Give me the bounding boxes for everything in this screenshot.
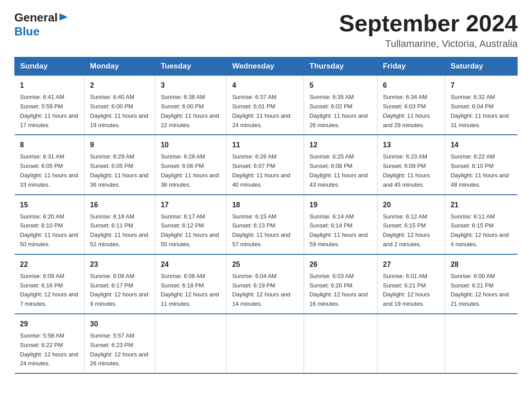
calendar-cell: 6Sunrise: 6:34 AMSunset: 6:03 PMDaylight…: [377, 76, 445, 135]
calendar-cell: 20Sunrise: 6:12 AMSunset: 6:15 PMDayligh…: [377, 195, 445, 254]
logo-general-text: General: [14, 11, 58, 25]
day-number: 16: [90, 200, 150, 210]
day-info: Sunrise: 6:03 AMSunset: 6:20 PMDaylight:…: [309, 272, 372, 309]
calendar-cell: 27Sunrise: 6:01 AMSunset: 6:21 PMDayligh…: [377, 254, 445, 314]
day-number: 8: [20, 140, 79, 150]
calendar-cell: 24Sunrise: 6:06 AMSunset: 6:18 PMDayligh…: [155, 254, 227, 314]
calendar-cell: 17Sunrise: 6:17 AMSunset: 6:12 PMDayligh…: [155, 195, 227, 254]
day-info: Sunrise: 6:26 AMSunset: 6:07 PMDaylight:…: [232, 152, 298, 189]
day-info: Sunrise: 6:17 AMSunset: 6:12 PMDaylight:…: [161, 212, 221, 249]
day-number: 23: [90, 259, 150, 270]
day-number: 7: [450, 80, 512, 91]
day-number: 15: [20, 200, 79, 210]
calendar-cell: [445, 314, 518, 373]
day-info: Sunrise: 6:37 AMSunset: 6:01 PMDaylight:…: [232, 93, 298, 130]
day-number: 10: [161, 140, 221, 150]
header-row: SundayMondayTuesdayWednesdayThursdayFrid…: [15, 57, 518, 76]
calendar-cell: [377, 314, 445, 373]
day-number: 5: [309, 80, 372, 91]
calendar-cell: 23Sunrise: 6:08 AMSunset: 6:17 PMDayligh…: [85, 254, 155, 314]
day-info: Sunrise: 6:38 AMSunset: 6:00 PMDaylight:…: [161, 93, 221, 130]
day-number: 13: [383, 140, 439, 150]
day-number: 26: [309, 259, 372, 270]
calendar-cell: [227, 314, 304, 373]
header-monday: Monday: [85, 57, 155, 76]
day-number: 9: [90, 140, 150, 150]
header-sunday: Sunday: [15, 57, 85, 76]
day-number: 4: [232, 80, 298, 91]
day-info: Sunrise: 6:04 AMSunset: 6:19 PMDaylight:…: [232, 272, 298, 309]
day-info: Sunrise: 6:35 AMSunset: 6:02 PMDaylight:…: [309, 93, 372, 130]
calendar-header: SundayMondayTuesdayWednesdayThursdayFrid…: [15, 57, 518, 76]
svg-marker-0: [60, 13, 68, 21]
day-info: Sunrise: 6:23 AMSunset: 6:09 PMDaylight:…: [383, 152, 439, 189]
day-info: Sunrise: 6:12 AMSunset: 6:15 PMDaylight:…: [383, 212, 439, 249]
calendar-cell: [304, 314, 378, 373]
calendar-cell: 13Sunrise: 6:23 AMSunset: 6:09 PMDayligh…: [377, 135, 445, 194]
day-number: 28: [450, 259, 512, 270]
logo: General Blue: [14, 11, 69, 39]
day-info: Sunrise: 6:00 AMSunset: 6:21 PMDaylight:…: [450, 272, 512, 309]
header-thursday: Thursday: [304, 57, 378, 76]
logo-arrow-icon: [59, 13, 69, 21]
day-number: 25: [232, 259, 298, 270]
day-number: 6: [383, 80, 439, 91]
day-number: 3: [161, 80, 221, 91]
calendar-cell: [155, 314, 227, 373]
calendar-cell: 2Sunrise: 6:40 AMSunset: 6:00 PMDaylight…: [85, 76, 155, 135]
day-number: 14: [450, 140, 512, 150]
calendar-cell: 30Sunrise: 5:57 AMSunset: 6:23 PMDayligh…: [85, 314, 155, 373]
calendar-cell: 7Sunrise: 6:32 AMSunset: 6:04 PMDaylight…: [445, 76, 518, 135]
day-info: Sunrise: 6:25 AMSunset: 6:08 PMDaylight:…: [309, 152, 372, 189]
calendar-cell: 15Sunrise: 6:20 AMSunset: 6:10 PMDayligh…: [15, 195, 85, 254]
day-info: Sunrise: 5:57 AMSunset: 6:23 PMDaylight:…: [90, 331, 150, 368]
header-tuesday: Tuesday: [155, 57, 227, 76]
week-row-3: 15Sunrise: 6:20 AMSunset: 6:10 PMDayligh…: [15, 195, 518, 254]
day-number: 17: [161, 200, 221, 210]
day-info: Sunrise: 6:06 AMSunset: 6:18 PMDaylight:…: [161, 272, 221, 309]
day-info: Sunrise: 6:14 AMSunset: 6:14 PMDaylight:…: [309, 212, 372, 249]
calendar-cell: 9Sunrise: 6:29 AMSunset: 6:05 PMDaylight…: [85, 135, 155, 194]
day-info: Sunrise: 5:58 AMSunset: 6:22 PMDaylight:…: [20, 331, 79, 368]
day-info: Sunrise: 6:29 AMSunset: 6:05 PMDaylight:…: [90, 152, 150, 189]
day-number: 30: [90, 319, 150, 330]
subtitle: Tullamarine, Victoria, Australia: [339, 38, 518, 50]
day-number: 27: [383, 259, 439, 270]
day-number: 29: [20, 319, 79, 330]
calendar-cell: 18Sunrise: 6:15 AMSunset: 6:13 PMDayligh…: [227, 195, 304, 254]
calendar-cell: 21Sunrise: 6:11 AMSunset: 6:15 PMDayligh…: [445, 195, 518, 254]
day-number: 18: [232, 200, 298, 210]
day-info: Sunrise: 6:20 AMSunset: 6:10 PMDaylight:…: [20, 212, 79, 249]
calendar-cell: 8Sunrise: 6:31 AMSunset: 6:05 PMDaylight…: [15, 135, 85, 194]
day-info: Sunrise: 6:31 AMSunset: 6:05 PMDaylight:…: [20, 152, 79, 189]
calendar-cell: 29Sunrise: 5:58 AMSunset: 6:22 PMDayligh…: [15, 314, 85, 373]
header-saturday: Saturday: [445, 57, 518, 76]
header-wednesday: Wednesday: [227, 57, 304, 76]
calendar-cell: 16Sunrise: 6:18 AMSunset: 6:11 PMDayligh…: [85, 195, 155, 254]
calendar-table: SundayMondayTuesdayWednesdayThursdayFrid…: [14, 57, 518, 374]
title-block: September 2024 Tullamarine, Victoria, Au…: [339, 11, 518, 50]
calendar-cell: 1Sunrise: 6:41 AMSunset: 5:59 PMDaylight…: [15, 76, 85, 135]
calendar-cell: 11Sunrise: 6:26 AMSunset: 6:07 PMDayligh…: [227, 135, 304, 194]
day-info: Sunrise: 6:18 AMSunset: 6:11 PMDaylight:…: [90, 212, 150, 249]
day-info: Sunrise: 6:22 AMSunset: 6:10 PMDaylight:…: [450, 152, 512, 189]
calendar-cell: 28Sunrise: 6:00 AMSunset: 6:21 PMDayligh…: [445, 254, 518, 314]
calendar-cell: 22Sunrise: 6:09 AMSunset: 6:16 PMDayligh…: [15, 254, 85, 314]
day-info: Sunrise: 6:28 AMSunset: 6:06 PMDaylight:…: [161, 152, 221, 189]
calendar-cell: 25Sunrise: 6:04 AMSunset: 6:19 PMDayligh…: [227, 254, 304, 314]
calendar-cell: 19Sunrise: 6:14 AMSunset: 6:14 PMDayligh…: [304, 195, 378, 254]
calendar-cell: 14Sunrise: 6:22 AMSunset: 6:10 PMDayligh…: [445, 135, 518, 194]
day-info: Sunrise: 6:11 AMSunset: 6:15 PMDaylight:…: [450, 212, 512, 249]
day-number: 22: [20, 259, 79, 270]
day-number: 11: [232, 140, 298, 150]
week-row-1: 1Sunrise: 6:41 AMSunset: 5:59 PMDaylight…: [15, 76, 518, 135]
logo-blue-text: Blue: [14, 25, 39, 38]
calendar-cell: 3Sunrise: 6:38 AMSunset: 6:00 PMDaylight…: [155, 76, 227, 135]
calendar-cell: 4Sunrise: 6:37 AMSunset: 6:01 PMDaylight…: [227, 76, 304, 135]
calendar-cell: 10Sunrise: 6:28 AMSunset: 6:06 PMDayligh…: [155, 135, 227, 194]
page-header: General Blue September 2024 Tullamarine,…: [14, 11, 518, 50]
day-number: 20: [383, 200, 439, 210]
day-number: 2: [90, 80, 150, 91]
day-info: Sunrise: 6:09 AMSunset: 6:16 PMDaylight:…: [20, 272, 79, 309]
day-info: Sunrise: 6:40 AMSunset: 6:00 PMDaylight:…: [90, 93, 150, 130]
